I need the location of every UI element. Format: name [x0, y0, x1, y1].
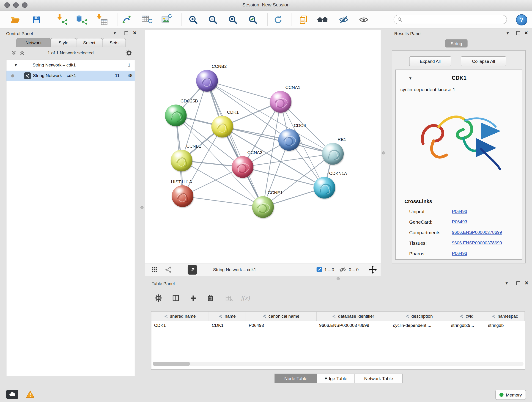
scrollbar-thumb[interactable]: [152, 362, 190, 366]
tab-select[interactable]: Select: [76, 38, 103, 47]
table-horizontal-scrollbar[interactable]: [152, 362, 524, 366]
hidden-eye-slash-icon[interactable]: [339, 267, 346, 274]
zoom-out-button[interactable]: [205, 13, 220, 27]
network-node-CCNE1[interactable]: [252, 196, 274, 218]
network-node-CDC6[interactable]: [278, 129, 300, 151]
panel-close-icon[interactable]: ✕: [133, 30, 137, 36]
search-input[interactable]: [405, 17, 503, 22]
gear-icon[interactable]: [125, 49, 133, 57]
tab-sets[interactable]: Sets: [102, 38, 126, 47]
warning-icon: [26, 390, 35, 399]
search-box[interactable]: [394, 15, 507, 24]
column-header-database-identifier[interactable]: database identifier: [317, 312, 390, 321]
memory-button[interactable]: Memory: [495, 390, 526, 400]
column-header-namespac[interactable]: namespac: [485, 312, 525, 321]
expand-all-button[interactable]: Expand All: [409, 56, 451, 66]
delete-column-trash-icon[interactable]: [205, 293, 215, 303]
zoom-fit-button[interactable]: [225, 13, 240, 27]
panel-float-icon[interactable]: ▾: [506, 281, 508, 285]
import-network-file-button[interactable]: [55, 13, 70, 27]
tab-network[interactable]: Network: [16, 38, 51, 47]
detach-view-button[interactable]: [188, 265, 197, 274]
vertical-splitter-handle[interactable]: [382, 151, 385, 154]
hide-panel-eye-slash-button[interactable]: [336, 13, 351, 27]
network-collection-row[interactable]: ▼ String Network – cdk1 1: [6, 60, 135, 70]
crosslink-link[interactable]: 9606.ENSP00000378699: [452, 240, 502, 245]
table-cell[interactable]: 9606.ENSP00000378699: [317, 321, 390, 330]
column-header-shared-name[interactable]: shared name: [151, 312, 209, 321]
help-button[interactable]: ?: [516, 14, 527, 26]
show-columns-icon[interactable]: [171, 293, 181, 303]
vertical-splitter-handle[interactable]: [140, 206, 143, 209]
help-icon: ?: [520, 17, 523, 23]
share-view-icon[interactable]: [165, 266, 172, 273]
column-header-description[interactable]: description: [390, 312, 448, 321]
network-node-CDKN1A[interactable]: [313, 177, 335, 199]
network-node-CDK1[interactable]: [211, 116, 233, 138]
table-cell[interactable]: P06493: [246, 321, 317, 330]
apply-layout-button[interactable]: [270, 13, 285, 27]
import-table-file-button[interactable]: [94, 13, 109, 27]
table-row[interactable]: CDK1CDK1P064939606.ENSP00000378699cyclin…: [151, 321, 525, 330]
edge-ccne1-hist1h1a[interactable]: [183, 196, 263, 207]
network-node-RB1[interactable]: [322, 143, 344, 165]
show-panel-eye-button[interactable]: [356, 13, 371, 27]
zoom-in-button[interactable]: [186, 13, 201, 27]
tab-edge-table[interactable]: Edge Table: [317, 374, 355, 383]
selected-nodes-checkbox[interactable]: [317, 267, 322, 272]
panel-maximize-icon[interactable]: [124, 31, 128, 35]
table-cell[interactable]: stringdb: [485, 321, 525, 330]
collection-disclosure-icon[interactable]: ▼: [14, 63, 18, 67]
tab-node-table[interactable]: Node Table: [274, 374, 317, 383]
pan-move-icon[interactable]: [368, 265, 377, 274]
column-type-icon: [492, 314, 496, 318]
network-row-selected[interactable]: String Network – cdk1 11 48: [6, 70, 135, 81]
table-settings-gear-icon[interactable]: [153, 293, 163, 303]
import-network-database-button[interactable]: [74, 13, 89, 27]
new-network-from-selection-button[interactable]: [119, 13, 134, 27]
network-canvas[interactable]: CCNB2CCNA1CDC25BCDK1CDC6RB1CCNB1CCNA2CDK…: [145, 30, 381, 263]
edge-ccna2-cdkn1a[interactable]: [243, 167, 324, 188]
save-session-button[interactable]: [29, 13, 44, 27]
network-node-HIST1H1A[interactable]: [172, 185, 193, 207]
copy-document-button[interactable]: [296, 13, 311, 27]
warnings-button[interactable]: [25, 389, 35, 400]
edge-ccnb2-ccne1[interactable]: [207, 81, 263, 207]
open-session-button[interactable]: [8, 13, 23, 27]
tab-string[interactable]: String: [445, 39, 468, 48]
network-node-CDC25B[interactable]: [165, 104, 187, 126]
table-cell[interactable]: CDK1: [151, 321, 209, 330]
tab-style[interactable]: Style: [51, 38, 76, 47]
edge-rb1-ccna2[interactable]: [243, 154, 333, 167]
new-network-from-table-button[interactable]: [139, 13, 154, 27]
grid-view-icon[interactable]: [151, 266, 158, 274]
panel-maximize-icon[interactable]: [516, 281, 520, 285]
export-image-button[interactable]: [159, 13, 174, 27]
panel-float-icon[interactable]: ▾: [507, 31, 509, 35]
panel-close-icon[interactable]: ✕: [524, 30, 528, 36]
tab-network-table[interactable]: Network Table: [355, 374, 403, 383]
network-node-CCNB1[interactable]: [171, 150, 192, 172]
panel-maximize-icon[interactable]: [516, 31, 520, 35]
collapse-all-button[interactable]: Collapse All: [461, 56, 506, 66]
panel-float-icon[interactable]: ▾: [114, 31, 116, 35]
network-node-CCNA1[interactable]: [270, 91, 291, 113]
column-header-canonical-name[interactable]: canonical name: [246, 312, 317, 321]
add-column-icon[interactable]: [188, 293, 198, 303]
column-header-name[interactable]: name: [209, 312, 246, 321]
crosslink-link[interactable]: P06493: [452, 219, 467, 224]
crosslink-link[interactable]: 9606.ENSP00000378699: [452, 230, 502, 235]
network-node-CCNA2[interactable]: [232, 156, 253, 178]
table-cell[interactable]: cyclin-dependent ...: [390, 321, 448, 330]
table-cell[interactable]: stringdb:9...: [448, 321, 485, 330]
home-button[interactable]: [316, 13, 330, 27]
column-header-id[interactable]: @id: [448, 312, 485, 321]
zoom-selected-button[interactable]: [245, 13, 260, 27]
network-node-CCNB2[interactable]: [196, 70, 218, 92]
table-cell[interactable]: CDK1: [209, 321, 246, 330]
cloud-button[interactable]: [6, 390, 18, 399]
panel-close-icon[interactable]: ✕: [525, 280, 528, 286]
crosslink-link[interactable]: P06493: [452, 251, 467, 256]
crosslink-link[interactable]: P06493: [452, 209, 467, 214]
edge-cdk1-rb1[interactable]: [222, 127, 333, 153]
